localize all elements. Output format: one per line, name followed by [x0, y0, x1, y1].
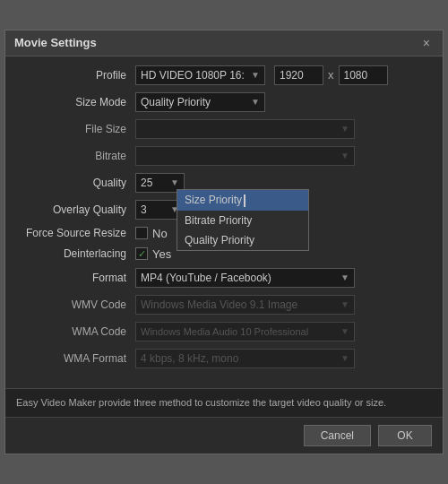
info-text: Easy Video Maker provide three method to… [5, 388, 443, 417]
file-size-row: File Size ▼ [19, 119, 429, 139]
overlay-quality-value: 3 [141, 203, 147, 216]
format-label: Format [19, 272, 135, 284]
movie-settings-dialog: Movie Settings × Profile HD VIDEO 1080P … [4, 30, 444, 454]
dropdown-item-bitrate-priority[interactable]: Bitrate Priority [177, 211, 308, 230]
quality-value: 25 [141, 177, 152, 189]
ok-button[interactable]: OK [378, 425, 432, 446]
wma-format-arrow: ▼ [340, 353, 349, 363]
wma-format-label: WMA Format [19, 352, 135, 365]
force-source-resize-wrapper: No [135, 227, 168, 240]
format-row: Format MP4 (YouTube / Facebook) ▼ [19, 268, 429, 288]
footer: Cancel OK [5, 417, 443, 454]
profile-dropdown-arrow: ▼ [251, 70, 260, 80]
dropdown-item-quality-priority[interactable]: Quality Priority [177, 230, 308, 250]
size-mode-value: Quality Priority [141, 96, 211, 108]
wma-format-row: WMA Format 4 kbps, 8 kHz, mono ▼ [19, 349, 429, 368]
width-input[interactable]: 1920 [274, 65, 323, 85]
wma-code-arrow: ▼ [340, 326, 349, 336]
quality-label: Quality [19, 177, 135, 189]
deinterlacing-label: Deinterlacing [19, 247, 135, 260]
size-mode-dropdown-arrow: ▼ [251, 97, 260, 107]
wmv-code-row: WMV Code Windows Media Video 9.1 Image ▼ [19, 295, 429, 315]
wma-code-row: WMA Code Windows Media Audio 10 Professi… [19, 322, 429, 341]
profile-value: HD VIDEO 1080P 16: [141, 69, 245, 82]
size-mode-row: Size Mode Quality Priority ▼ Size Priori… [19, 92, 429, 112]
bitrate-row: Bitrate ▼ [19, 146, 429, 166]
force-source-resize-checkbox[interactable] [135, 227, 148, 239]
file-size-input: ▼ [135, 119, 355, 139]
profile-dropdown[interactable]: HD VIDEO 1080P 16: ▼ [135, 65, 265, 85]
wmv-code-arrow: ▼ [340, 299, 349, 309]
profile-row: Profile HD VIDEO 1080P 16: ▼ 1920 x 1080 [19, 65, 429, 85]
height-input[interactable]: 1080 [339, 65, 388, 85]
quality-dropdown-arrow: ▼ [170, 177, 179, 187]
format-dropdown[interactable]: MP4 (YouTube / Facebook) ▼ [135, 268, 355, 288]
form-content: Profile HD VIDEO 1080P 16: ▼ 1920 x 1080… [5, 56, 443, 385]
size-mode-label: Size Mode [19, 96, 135, 108]
wmv-code-value: Windows Media Video 9.1 Image [141, 298, 297, 311]
force-source-resize-label: Force Source Resize [19, 227, 135, 239]
dropdown-item-size-priority[interactable]: Size Priority [177, 190, 308, 211]
wma-format-input: 4 kbps, 8 kHz, mono ▼ [135, 349, 355, 368]
file-size-label: File Size [19, 123, 135, 135]
format-dropdown-arrow: ▼ [340, 272, 349, 282]
bitrate-input: ▼ [135, 146, 355, 166]
wma-code-input: Windows Media Audio 10 Professional ▼ [135, 322, 355, 341]
deinterlacing-checkbox[interactable]: ✓ [135, 247, 148, 260]
size-mode-dropdown-menu: Size Priority Bitrate Priority Quality P… [177, 189, 309, 251]
size-mode-dropdown[interactable]: Quality Priority ▼ [135, 92, 265, 112]
bitrate-label: Bitrate [19, 150, 135, 162]
format-value: MP4 (YouTube / Facebook) [141, 272, 271, 284]
wma-code-value: Windows Media Audio 10 Professional [141, 326, 308, 337]
cursor [244, 194, 246, 207]
title-bar: Movie Settings × [5, 30, 443, 56]
profile-label: Profile [19, 69, 135, 82]
overlay-quality-label: Overlay Quality [19, 203, 135, 216]
bitrate-arrow: ▼ [340, 151, 349, 160]
force-source-resize-text: No [152, 227, 168, 240]
deinterlacing-wrapper: ✓ Yes [135, 247, 171, 261]
x-label: x [328, 68, 334, 82]
wmv-code-input: Windows Media Video 9.1 Image ▼ [135, 295, 355, 315]
file-size-arrow: ▼ [340, 124, 349, 134]
dialog-title: Movie Settings [14, 36, 97, 49]
wmv-code-label: WMV Code [19, 298, 135, 311]
wma-format-value: 4 kbps, 8 kHz, mono [141, 352, 238, 365]
deinterlacing-text: Yes [152, 247, 171, 261]
close-button[interactable]: × [419, 36, 434, 50]
wma-code-label: WMA Code [19, 325, 135, 338]
cancel-button[interactable]: Cancel [304, 425, 371, 446]
